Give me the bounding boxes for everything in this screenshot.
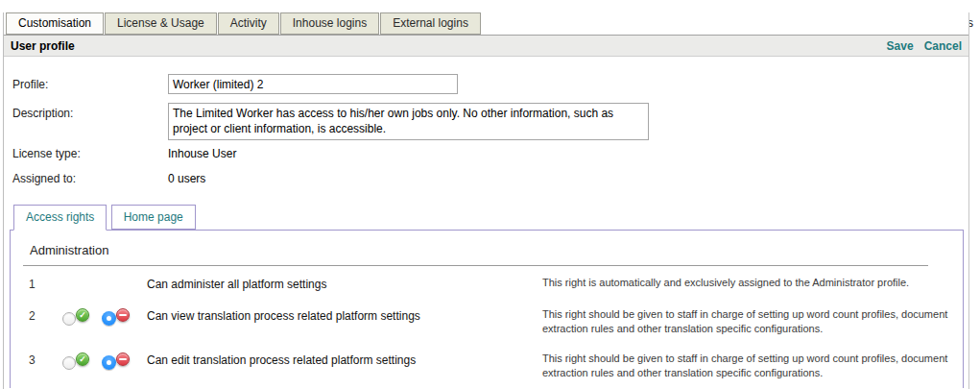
right-name: Can administer all platform settings <box>147 276 542 291</box>
right-description: This right should be given to staff in c… <box>542 307 953 335</box>
license-type-label: License type: <box>12 147 168 160</box>
right-name: Can view translation process related pla… <box>147 307 542 323</box>
license-type-value: Inhouse User <box>168 147 236 160</box>
main-container: Customisation License & Usage Activity I… <box>3 12 969 389</box>
profile-row: Profile: <box>12 74 968 94</box>
tab-access-rights[interactable]: Access rights <box>13 205 107 231</box>
right-description: This right is automatically and exclusiv… <box>542 276 953 290</box>
main-tab-bar: Customisation License & Usage Activity I… <box>4 12 968 35</box>
description-label: Description: <box>12 103 168 120</box>
right-controls: ✓ <box>62 307 147 326</box>
tab-inhouse-logins[interactable]: Inhouse logins <box>280 12 379 35</box>
description-textarea[interactable]: The Limited Worker has access to his/her… <box>168 103 649 140</box>
sub-tab-bar: Access rights Home page <box>4 205 968 230</box>
access-rights-panel: Administration 1 Can administer all plat… <box>10 230 964 388</box>
tab-home-page[interactable]: Home page <box>111 205 196 230</box>
profile-label: Profile: <box>12 74 168 91</box>
tab-activity[interactable]: Activity <box>218 12 279 35</box>
allow-check-icon[interactable]: ✓ <box>76 308 89 322</box>
assigned-to-row: Assigned to: 0 users <box>12 172 968 187</box>
user-profile-header-bar: User profile Save Cancel <box>4 35 968 57</box>
deny-radio-selected[interactable] <box>102 311 116 326</box>
assigned-to-value: 0 users <box>168 172 205 185</box>
deny-option <box>102 353 130 370</box>
profile-input[interactable] <box>168 74 458 94</box>
right-controls-empty <box>62 276 147 277</box>
table-row: 2 ✓ Can view translation process related… <box>11 307 963 335</box>
section-title: Administration <box>30 243 963 257</box>
table-row: 3 ✓ Can edit translation process related… <box>11 352 963 379</box>
rights-list: 1 Can administer all platform settings T… <box>11 276 963 379</box>
cancel-button[interactable]: Cancel <box>924 39 962 53</box>
right-controls: ✓ <box>62 352 147 370</box>
deny-icon[interactable] <box>116 308 130 322</box>
allow-option: ✓ <box>62 353 89 370</box>
page-title: User profile <box>11 39 75 53</box>
section-divider <box>23 265 928 266</box>
deny-option <box>102 308 130 326</box>
right-description: This right should be given to staff in c… <box>542 352 953 379</box>
allow-check-icon[interactable]: ✓ <box>76 353 89 366</box>
right-number: 2 <box>29 307 62 323</box>
profile-form: Profile: Description: The Limited Worker… <box>4 57 968 187</box>
header-actions: Save Cancel <box>887 39 962 53</box>
deny-icon[interactable] <box>116 353 130 366</box>
tab-external-logins[interactable]: External logins <box>380 12 481 35</box>
right-number: 1 <box>29 276 62 291</box>
allow-radio[interactable] <box>62 312 76 326</box>
table-row: 1 Can administer all platform settings T… <box>11 276 963 291</box>
right-number: 3 <box>29 352 62 367</box>
right-name: Can edit translation process related pla… <box>147 352 542 367</box>
tab-license-usage[interactable]: License & Usage <box>105 12 217 35</box>
license-type-row: License type: Inhouse User <box>12 147 968 162</box>
save-button[interactable]: Save <box>887 39 914 53</box>
description-row: Description: The Limited Worker has acce… <box>12 103 968 140</box>
deny-radio-selected[interactable] <box>102 355 116 370</box>
tab-customisation[interactable]: Customisation <box>6 12 104 35</box>
allow-option: ✓ <box>62 308 89 326</box>
assigned-to-label: Assigned to: <box>12 172 168 185</box>
allow-radio[interactable] <box>62 356 76 370</box>
